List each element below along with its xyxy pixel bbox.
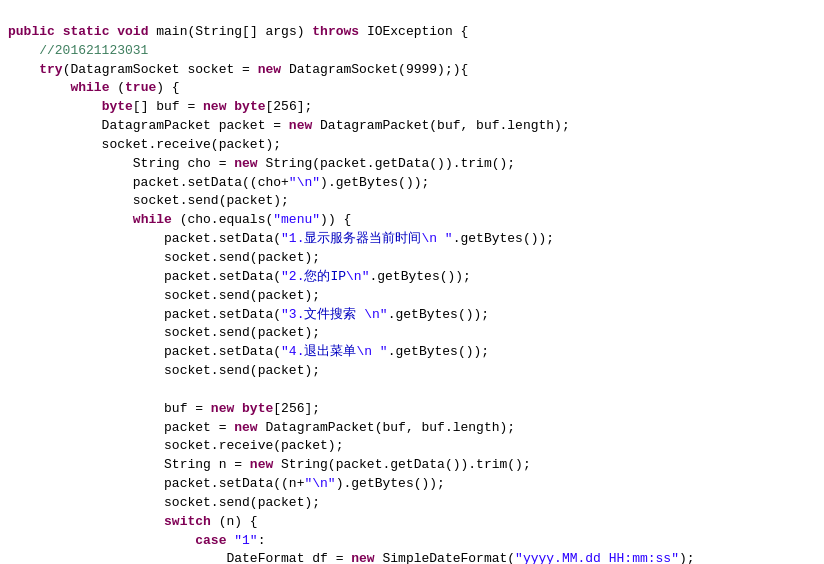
keyword-while: while [70, 80, 109, 95]
keyword-byte-2: byte [234, 99, 265, 114]
string-2b: \n" [346, 269, 369, 284]
keyword-throws: throws [312, 24, 359, 39]
keyword-byte-3: byte [242, 401, 273, 416]
keyword-new-4: new [234, 156, 257, 171]
chinese-4: 退出菜单 [304, 344, 356, 359]
keyword-new-1: new [258, 62, 281, 77]
keyword-static: static [63, 24, 110, 39]
keyword-public: public [8, 24, 55, 39]
keyword-void: void [117, 24, 148, 39]
comment-line: //201621123031 [8, 43, 148, 58]
string-4: "4. [281, 344, 304, 359]
keyword-new-7: new [250, 457, 273, 472]
string-4b: \n " [356, 344, 387, 359]
string-2: "2. [281, 269, 304, 284]
keyword-true: true [125, 80, 156, 95]
string-case1: "1" [234, 533, 257, 548]
keyword-new-2: new [203, 99, 226, 114]
keyword-try: try [39, 62, 62, 77]
string-1: "1. [281, 231, 304, 246]
chinese-1: 显示服务器当前时间 [304, 231, 421, 246]
string-menu: "menu" [273, 212, 320, 227]
keyword-byte: byte [102, 99, 133, 114]
keyword-new-5: new [211, 401, 234, 416]
string-newline-2: "\n" [304, 476, 335, 491]
keyword-new-8: new [351, 551, 374, 564]
string-newline-1: "\n" [289, 175, 320, 190]
keyword-while-2: while [133, 212, 172, 227]
code-editor: public static void main(String[] args) t… [0, 0, 824, 564]
chinese-2: 您的IP [304, 269, 346, 284]
keyword-switch: switch [164, 514, 211, 529]
string-3: "3. [281, 307, 304, 322]
string-dateformat: "yyyy.MM.dd HH:mm:ss" [515, 551, 679, 564]
keyword-new-3: new [289, 118, 312, 133]
string-3b: \n" [356, 307, 387, 322]
keyword-case: case [195, 533, 226, 548]
keyword-new-6: new [234, 420, 257, 435]
chinese-3: 文件搜索 [304, 307, 356, 322]
string-1b: \n " [421, 231, 452, 246]
